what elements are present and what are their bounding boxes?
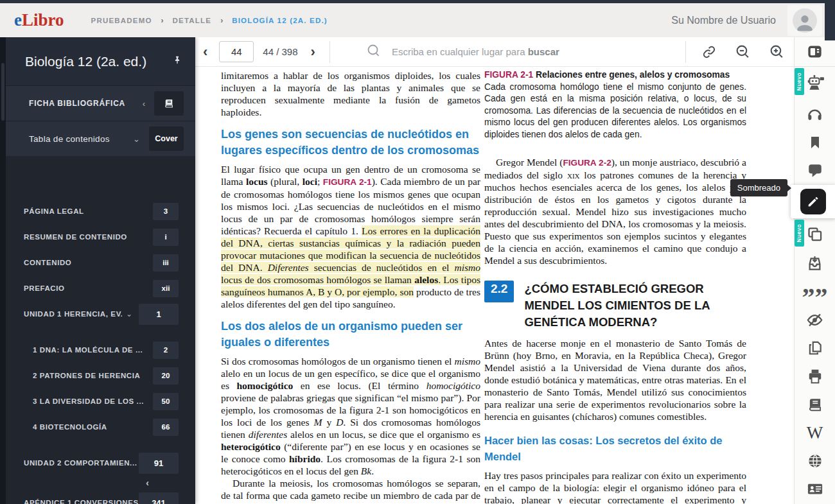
page-badge[interactable]: 2 bbox=[153, 342, 179, 359]
nuevo-badge: Nuevo bbox=[795, 68, 804, 95]
user-menu[interactable] bbox=[787, 5, 822, 36]
copy-tool-button[interactable]: Nuevo bbox=[795, 218, 835, 249]
breadcrumb-pruebademo[interactable]: PRUEBADEMO bbox=[91, 17, 152, 24]
divider bbox=[330, 41, 330, 63]
page-badge[interactable]: xii bbox=[153, 280, 179, 297]
toc-item-contenido[interactable]: CONTENIDO iii bbox=[6, 250, 195, 275]
page-badge[interactable]: 50 bbox=[153, 393, 179, 410]
zoom-out-icon[interactable] bbox=[726, 44, 760, 60]
toc-collapse-control[interactable]: ‹ bbox=[6, 476, 195, 490]
user-name[interactable]: Su Nombre de Usuario bbox=[671, 15, 776, 26]
section-title: ¿CÓMO ESTABLECIÓ GREGOR MENDEL LOS CIMIE… bbox=[524, 281, 736, 331]
profile-card-button[interactable] bbox=[795, 475, 835, 503]
toc-item-resumen[interactable]: RESUMEN DE CONTENIDO i bbox=[6, 224, 195, 250]
nuevo-badge: Nuevo bbox=[795, 220, 804, 247]
paragraph: Gregor Mendel (FIGURA 2-2), un monje aus… bbox=[484, 156, 746, 266]
toc-section-label: Tabla de contenidos bbox=[29, 134, 133, 144]
page-badge[interactable]: 3 bbox=[153, 203, 179, 220]
highlight-tool-button[interactable] bbox=[791, 185, 835, 218]
download-button[interactable] bbox=[795, 249, 835, 277]
page-count-label: 44 / 398 bbox=[263, 46, 297, 57]
tooltip-sombreado: Sombreado bbox=[730, 179, 787, 196]
cover-button[interactable]: Cover bbox=[149, 126, 184, 151]
subsection-heading: Los genes son secuencias de nucleótidos … bbox=[221, 126, 480, 159]
toc-item-dna[interactable]: 1 DNA: LA MOLÉCULA DE ... 2 bbox=[6, 337, 195, 363]
ficha-bibliografica-row[interactable]: FICHA BIBLIOGRÁFICA ‹ bbox=[6, 85, 195, 121]
link-icon[interactable] bbox=[692, 44, 726, 60]
comment-button[interactable] bbox=[795, 157, 835, 185]
wikipedia-icon: W bbox=[807, 423, 823, 443]
bookmark-button[interactable] bbox=[795, 128, 835, 157]
zoom-in-icon[interactable] bbox=[760, 44, 794, 60]
tool-rail: Nuevo Nuevo ”” W bbox=[794, 37, 835, 504]
book-title: Biología 12 (2a. ed.) bbox=[25, 54, 172, 69]
next-page-button[interactable]: › bbox=[303, 45, 323, 59]
logo-part-libro: Libro bbox=[22, 10, 64, 30]
figure-caption: FIGURA 2-1 Relaciones entre genes, alelo… bbox=[484, 69, 746, 141]
print-button[interactable] bbox=[795, 362, 835, 390]
panel-toggle-button[interactable] bbox=[795, 37, 835, 67]
toc-item-patrones[interactable]: 2 PATRONES DE HERENCIA 20 bbox=[6, 363, 195, 388]
window-edge bbox=[825, 3, 835, 40]
paragraph: El lugar físico que ocupa un gen dentro … bbox=[221, 163, 480, 310]
divider bbox=[685, 41, 686, 63]
web-search-button[interactable] bbox=[795, 447, 835, 475]
app-header: eLibro PRUEBADEMO › DETALLE › BIOLOGÍA 1… bbox=[0, 0, 835, 37]
pencil-icon bbox=[800, 189, 826, 214]
paragraph: Antes de hacerse monje en el monasterio … bbox=[484, 337, 746, 422]
page-badge[interactable]: 341 bbox=[139, 492, 179, 504]
paragraph: Hay tres pasos principales para realizar… bbox=[484, 469, 746, 504]
citation-button[interactable]: ”” bbox=[795, 277, 835, 306]
breadcrumb-detalle[interactable]: DETALLE bbox=[173, 17, 212, 24]
copy-pages-button[interactable] bbox=[795, 334, 835, 362]
toc-item-prefacio[interactable]: PREFACIO xii bbox=[6, 275, 195, 301]
subsection-heading: Los dos alelos de un organismo pueden se… bbox=[221, 318, 480, 351]
section-number: 2.2 bbox=[484, 281, 514, 302]
page-column-left: limitaremos a hablar de los organismos d… bbox=[221, 69, 480, 504]
page-badge[interactable]: iii bbox=[153, 254, 179, 272]
page-badge[interactable]: 1 bbox=[139, 304, 179, 325]
paragraph: Durante la meiosis, los cromosomas homól… bbox=[221, 477, 480, 504]
chevron-left-icon[interactable]: ‹ bbox=[143, 99, 145, 109]
toc-item-apendice-1[interactable]: APÉNDICE 1 CONVERSIONES... 341 bbox=[6, 490, 195, 504]
wikipedia-button[interactable]: W bbox=[795, 419, 835, 447]
breadcrumb-separator-icon: › bbox=[161, 16, 164, 25]
page-badge[interactable]: 20 bbox=[153, 367, 179, 385]
search-placeholder: Escriba en cualquier lugar para buscar bbox=[392, 46, 559, 57]
sidebar-scrollbar[interactable] bbox=[0, 37, 6, 504]
search-icon bbox=[366, 43, 382, 61]
page-badge[interactable]: 91 bbox=[139, 453, 179, 474]
chevron-down-icon[interactable]: ⌄ bbox=[133, 134, 140, 144]
book-info-button[interactable] bbox=[795, 390, 835, 419]
search-input[interactable]: Escriba en cualquier lugar para buscar bbox=[337, 43, 679, 61]
toc-item-unidad-1[interactable]: UNIDAD 1 HERENCIA, EV... ⌄ 1 bbox=[6, 301, 195, 327]
sidebar: Biología 12 (2a. ed.) FICHA BIBLIOGRÁFIC… bbox=[0, 37, 195, 504]
book-page[interactable]: limitaremos a hablar de los organismos d… bbox=[195, 67, 794, 504]
page-number-input[interactable] bbox=[219, 41, 254, 62]
page-badge[interactable]: 66 bbox=[153, 419, 179, 436]
book-title-row: Biología 12 (2a. ed.) bbox=[6, 37, 195, 85]
subsection-heading: Hacer bien las cosas: Los secretos del é… bbox=[484, 433, 746, 465]
avatar-icon bbox=[793, 8, 817, 33]
toc-item-unidad-2[interactable]: UNIDAD 2 COMPORTAMIEN... 91 bbox=[6, 450, 195, 476]
book-icon-button[interactable] bbox=[154, 91, 184, 116]
pin-icon[interactable] bbox=[172, 55, 182, 68]
ai-assistant-button[interactable]: Nuevo bbox=[795, 67, 835, 100]
toc-item-biotecnologia[interactable]: 4 BIOTECNOLOGÍA 66 bbox=[6, 414, 195, 440]
page-column-right: FIGURA 2-1 Relaciones entre genes, alelo… bbox=[484, 69, 746, 504]
page-badge[interactable]: i bbox=[153, 229, 179, 246]
chevron-left-icon[interactable]: ‹ bbox=[146, 478, 149, 488]
tabla-de-contenidos-row[interactable]: Tabla de contenidos ⌄ Cover bbox=[6, 121, 195, 156]
toc-item-diversidad[interactable]: 3 LA DIVERSIDAD DE LOS ... 50 bbox=[6, 388, 195, 414]
breadcrumb-separator-icon: › bbox=[220, 16, 223, 25]
toc-item-pagina-legal[interactable]: PÁGINA LEGAL 3 bbox=[6, 198, 195, 224]
section-heading: 2.2 ¿CÓMO ESTABLECIÓ GREGOR MENDEL LOS C… bbox=[484, 281, 746, 331]
chevron-down-icon[interactable]: ⌄ bbox=[126, 309, 132, 318]
elibro-logo[interactable]: eLibro bbox=[14, 10, 64, 30]
reader-toolbar: ‹ 44 / 398 › Escriba en cualquier lugar … bbox=[195, 37, 794, 67]
text-to-speech-button[interactable] bbox=[795, 100, 835, 128]
previous-page-button[interactable]: ‹ bbox=[195, 45, 215, 59]
logo-part-e: e bbox=[14, 10, 22, 30]
hide-annotations-button[interactable] bbox=[795, 306, 835, 334]
breadcrumb-current-book[interactable]: BIOLOGÍA 12 (2A. ED.) bbox=[232, 17, 328, 24]
